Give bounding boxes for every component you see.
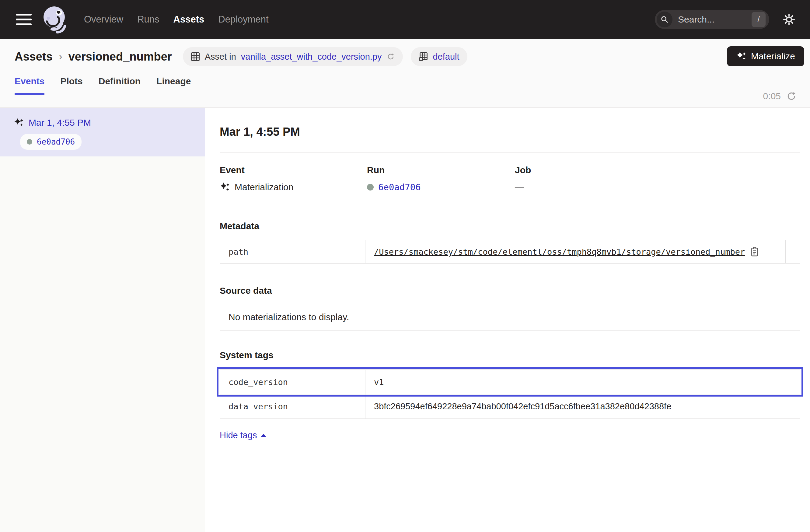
dagster-logo[interactable] — [43, 5, 68, 33]
system-tags-heading: System tags — [220, 350, 800, 360]
refresh-icon[interactable] — [786, 91, 797, 101]
event-type-value: Materialization — [234, 182, 293, 192]
nav-item-runs[interactable]: Runs — [137, 14, 159, 25]
materialize-button[interactable]: Materialize — [727, 46, 804, 66]
event-detail-panel: Mar 1, 4:55 PM Event Materialization Run — [205, 108, 810, 532]
breadcrumb-chevron-icon: › — [59, 50, 62, 63]
search-shortcut-key: / — [751, 12, 765, 27]
tab-plots[interactable]: Plots — [60, 76, 82, 95]
metadata-table: path /Users/smackesey/stm/code/elementl/… — [220, 240, 800, 263]
source-data-empty-message: No materializations to display. — [228, 312, 349, 322]
hide-tags-label: Hide tags — [220, 430, 257, 440]
topnav-right-cluster: / — [655, 10, 795, 29]
sparkle-materialization-icon — [220, 182, 230, 192]
event-summary: Event Materialization Run 6e0ad706 — [220, 165, 800, 192]
breadcrumb: Assets › versioned_number Asset in vanil… — [15, 47, 797, 66]
primary-nav: Overview Runs Assets Deployment — [84, 14, 269, 25]
reload-icon[interactable] — [386, 52, 395, 61]
tab-definition[interactable]: Definition — [99, 76, 141, 95]
tab-lineage[interactable]: Lineage — [157, 76, 191, 95]
run-id-label: 6e0ad706 — [37, 137, 75, 146]
event-timestamp-link[interactable]: Mar 1, 4:55 PM — [29, 117, 91, 128]
hamburger-menu-icon[interactable] — [16, 14, 32, 25]
nav-item-overview[interactable]: Overview — [84, 14, 123, 25]
breadcrumb-assets-link[interactable]: Assets — [15, 50, 53, 63]
tag-value: 3bfc269594ef649228e9a74bab00f042efc91d5a… — [366, 394, 800, 418]
divider — [220, 152, 800, 153]
source-data-heading: Source data — [220, 286, 800, 296]
nav-item-deployment[interactable]: Deployment — [218, 14, 269, 25]
code-location-link[interactable]: vanilla_asset_with_code_version.py — [241, 52, 382, 62]
content-area: Mar 1, 4:55 PM 6e0ad706 Mar 1, 4:55 PM E… — [0, 108, 810, 532]
table-row-code-version: code_version v1 — [220, 370, 800, 394]
job-empty-value: — — [515, 182, 524, 192]
caret-up-icon — [261, 434, 266, 437]
group-link[interactable]: default — [433, 52, 459, 62]
event-list-item-selected[interactable]: Mar 1, 4:55 PM 6e0ad706 — [0, 108, 205, 157]
run-id-link[interactable]: 6e0ad706 — [378, 182, 421, 192]
gear-icon[interactable] — [783, 13, 795, 26]
materialize-label: Materialize — [751, 51, 795, 62]
global-search[interactable]: / — [655, 10, 769, 29]
system-tags-table: code_version v1 data_version 3bfc269594e… — [220, 370, 800, 419]
hide-tags-link[interactable]: Hide tags — [220, 430, 266, 440]
tag-key: code_version — [220, 370, 366, 394]
asset-location-prefix: Asset in — [205, 52, 236, 62]
event-column-label: Event — [220, 165, 367, 175]
metadata-key: path — [220, 240, 366, 263]
asset-group-badge[interactable]: default — [411, 47, 467, 66]
top-navigation-bar: Overview Runs Assets Deployment / — [0, 0, 810, 39]
source-data-empty-state: No materializations to display. — [220, 304, 800, 331]
metadata-value-cell: /Users/smackesey/stm/code/elementl/oss/t… — [366, 240, 785, 263]
tag-value: v1 — [366, 370, 800, 394]
asset-grid-icon — [191, 52, 200, 61]
asset-group-icon — [419, 52, 428, 61]
sparkle-materialization-icon — [14, 118, 24, 128]
event-detail-title: Mar 1, 4:55 PM — [220, 125, 800, 139]
asset-tabs: Events Plots Definition Lineage — [15, 76, 797, 94]
search-icon — [657, 12, 673, 27]
path-link[interactable]: /Users/smackesey/stm/code/elementl/oss/t… — [374, 247, 745, 257]
run-chip[interactable]: 6e0ad706 — [20, 134, 82, 150]
tab-events[interactable]: Events — [15, 76, 45, 95]
tag-key: data_version — [220, 394, 366, 418]
search-input[interactable] — [678, 14, 751, 25]
job-column-label: Job — [515, 165, 800, 175]
refresh-countdown-value: 0:05 — [763, 91, 781, 101]
asset-badges: Asset in vanilla_asset_with_code_version… — [183, 47, 467, 66]
copy-path-button[interactable] — [750, 247, 759, 257]
asset-header: Assets › versioned_number Asset in vanil… — [0, 39, 810, 108]
run-status-dot — [367, 184, 374, 191]
asset-location-badge[interactable]: Asset in vanilla_asset_with_code_version… — [183, 47, 403, 66]
refresh-countdown: 0:05 — [763, 91, 797, 101]
run-status-dot — [27, 139, 32, 145]
metadata-heading: Metadata — [220, 221, 800, 231]
clipboard-copy-icon — [750, 247, 759, 257]
table-row-data-version: data_version 3bfc269594ef649228e9a74bab0… — [220, 394, 800, 418]
run-column-label: Run — [367, 165, 515, 175]
sparkle-icon — [736, 51, 746, 62]
page-title: versioned_number — [68, 50, 172, 63]
nav-item-assets[interactable]: Assets — [174, 14, 205, 25]
metadata-action-cell — [785, 240, 800, 263]
event-list-sidebar: Mar 1, 4:55 PM 6e0ad706 — [0, 108, 205, 532]
